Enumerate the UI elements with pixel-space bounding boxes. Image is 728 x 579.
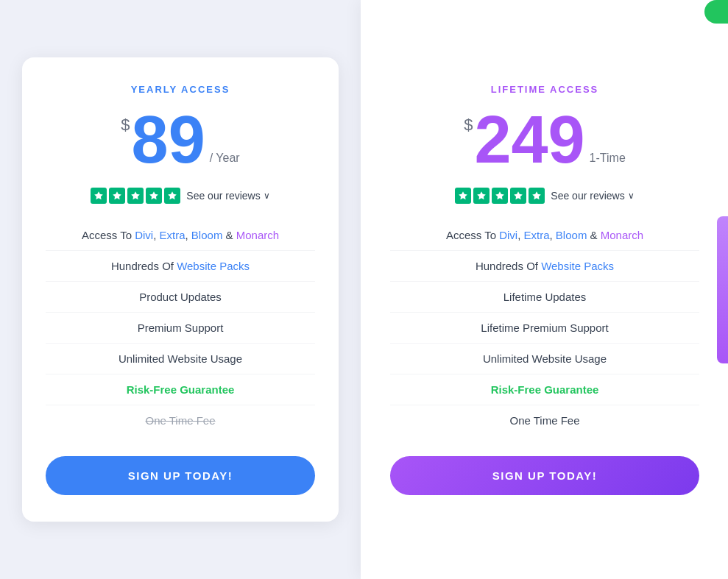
lifetime-reviews-chevron-icon: ∨ bbox=[628, 191, 635, 201]
lifetime-feature-updates: Lifetime Updates bbox=[390, 282, 699, 313]
lifetime-content: LIFETIME ACCESS $ 249 1-Time See our rev… bbox=[390, 84, 699, 495]
link-divi-lifetime[interactable]: Divi bbox=[499, 229, 517, 241]
yearly-price-period: / Year bbox=[210, 152, 240, 164]
lifetime-feature-usage: Unlimited Website Usage bbox=[390, 344, 699, 374]
lifetime-onetime-text: One Time Fee bbox=[509, 414, 579, 427]
yearly-panel: YEARLY ACCESS $ 89 / Year See o bbox=[0, 0, 361, 579]
lifetime-plan-title: LIFETIME ACCESS bbox=[491, 84, 599, 95]
lstar-5 bbox=[529, 188, 545, 204]
star-4 bbox=[146, 188, 162, 204]
star-2 bbox=[109, 188, 125, 204]
yearly-price-row: $ 89 / Year bbox=[121, 107, 239, 173]
star-5 bbox=[164, 188, 180, 204]
link-extra-lifetime[interactable]: Extra bbox=[524, 229, 550, 241]
yearly-plan-title: YEARLY ACCESS bbox=[131, 84, 230, 95]
link-divi-yearly[interactable]: Divi bbox=[135, 229, 153, 241]
lifetime-price-period: 1-Time bbox=[590, 152, 626, 164]
yearly-guarantee-text: Risk-Free Guarantee bbox=[127, 383, 235, 396]
yearly-price-dollar: $ bbox=[121, 117, 130, 133]
reviews-chevron-icon: ∨ bbox=[264, 191, 270, 201]
yearly-feature-access: Access To Divi, Extra, Bloom & Monarch bbox=[46, 220, 315, 251]
lifetime-price-row: $ 249 1-Time bbox=[464, 107, 626, 173]
lifetime-feature-support: Lifetime Premium Support bbox=[390, 313, 699, 344]
yearly-stars bbox=[91, 188, 180, 204]
lifetime-stars bbox=[455, 188, 545, 204]
lifetime-reviews-text[interactable]: See our reviews ∨ bbox=[551, 190, 634, 202]
lifetime-feature-guarantee: Risk-Free Guarantee bbox=[390, 374, 699, 405]
lifetime-reviews-row: See our reviews ∨ bbox=[455, 188, 634, 204]
lifetime-price-number: 249 bbox=[474, 107, 584, 173]
yearly-onetime-text: One Time Fee bbox=[145, 414, 215, 427]
link-bloom-yearly[interactable]: Bloom bbox=[191, 229, 223, 241]
yearly-feature-usage: Unlimited Website Usage bbox=[46, 344, 315, 374]
yearly-feature-updates: Product Updates bbox=[46, 282, 315, 313]
yearly-feature-packs: Hundreds Of Website Packs bbox=[46, 251, 315, 282]
lifetime-cta-button[interactable]: SIGN UP TODAY! bbox=[390, 456, 699, 495]
lifetime-feature-packs: Hundreds Of Website Packs bbox=[390, 251, 699, 282]
yearly-feature-guarantee: Risk-Free Guarantee bbox=[46, 374, 315, 405]
link-website-packs-lifetime[interactable]: Website Packs bbox=[541, 260, 614, 272]
lstar-1 bbox=[455, 188, 471, 204]
lstar-4 bbox=[510, 188, 526, 204]
pricing-page: YEARLY ACCESS $ 89 / Year See o bbox=[0, 0, 728, 579]
yearly-price-number: 89 bbox=[132, 107, 205, 173]
lifetime-panel: LIFETIME ACCESS $ 249 1-Time See our rev… bbox=[361, 0, 728, 579]
yearly-card: YEARLY ACCESS $ 89 / Year See o bbox=[22, 57, 339, 522]
lifetime-guarantee-text: Risk-Free Guarantee bbox=[491, 383, 599, 396]
yearly-reviews-text[interactable]: See our reviews ∨ bbox=[186, 190, 269, 202]
star-1 bbox=[91, 188, 107, 204]
yearly-feature-support: Premium Support bbox=[46, 313, 315, 344]
yearly-reviews-row: See our reviews ∨ bbox=[91, 188, 269, 204]
link-extra-yearly[interactable]: Extra bbox=[160, 229, 185, 241]
green-circle-accent bbox=[704, 0, 728, 24]
yearly-cta-button[interactable]: SIGN UP TODAY! bbox=[46, 456, 315, 495]
lstar-3 bbox=[492, 188, 508, 204]
lstar-2 bbox=[473, 188, 490, 204]
lifetime-price-dollar: $ bbox=[464, 117, 473, 133]
lifetime-features: Access To Divi, Extra, Bloom & Monarch H… bbox=[390, 220, 699, 436]
lifetime-feature-access: Access To Divi, Extra, Bloom & Monarch bbox=[390, 220, 699, 251]
star-3 bbox=[127, 188, 144, 204]
link-monarch-lifetime[interactable]: Monarch bbox=[601, 229, 643, 241]
link-website-packs-yearly[interactable]: Website Packs bbox=[177, 260, 250, 272]
lifetime-feature-onetime: One Time Fee bbox=[390, 405, 699, 436]
link-monarch-yearly[interactable]: Monarch bbox=[236, 229, 279, 241]
link-bloom-lifetime[interactable]: Bloom bbox=[556, 229, 587, 241]
yearly-feature-onetime: One Time Fee bbox=[46, 405, 315, 436]
yearly-features: Access To Divi, Extra, Bloom & Monarch H… bbox=[46, 220, 315, 436]
